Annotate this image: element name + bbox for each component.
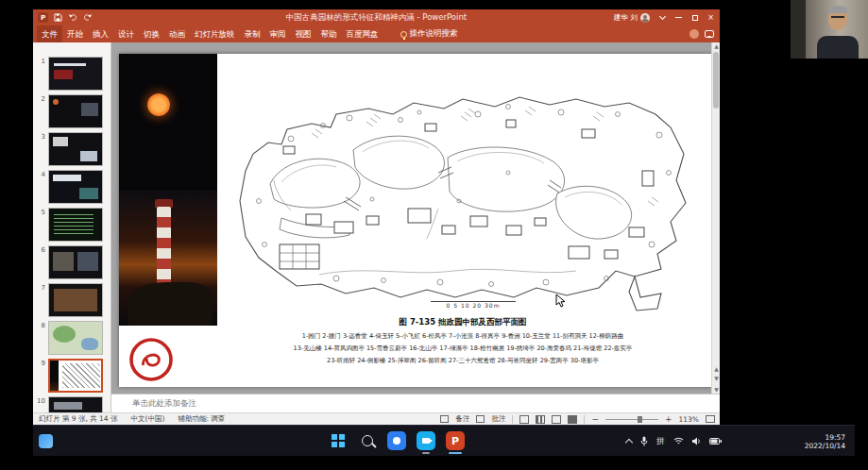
fit-slide-to-window-button[interactable] — [706, 415, 715, 423]
accessibility-status[interactable]: 辅助功能: 调查 — [178, 414, 225, 424]
tab-insert[interactable]: 插入 — [88, 25, 113, 42]
battery-icon[interactable] — [709, 438, 722, 445]
slide-thumbnail-7[interactable] — [48, 283, 103, 317]
notes-pane[interactable]: 单击此处添加备注 — [111, 394, 720, 412]
search-button[interactable] — [357, 430, 378, 451]
undo-icon[interactable] — [68, 13, 77, 22]
slide-thumbnail-9-selected[interactable] — [48, 359, 103, 393]
scroll-up-icon[interactable]: ▲ — [713, 42, 720, 50]
mouse-cursor — [555, 294, 566, 311]
vertical-scrollbar[interactable]: ▲ ▲ ▼ ▼ — [711, 42, 720, 394]
thumbnail-row: 8 — [33, 321, 111, 355]
tab-review[interactable]: 审阅 — [265, 25, 291, 42]
maximize-icon — [692, 15, 698, 21]
meeting-app-button[interactable] — [416, 430, 436, 451]
notes-toggle-button[interactable]: 备注 — [455, 414, 469, 424]
save-icon[interactable] — [54, 13, 62, 22]
ribbon-display-options-button[interactable] — [655, 10, 670, 25]
slide-thumbnail-3[interactable] — [48, 132, 103, 166]
volume-icon[interactable] — [692, 437, 701, 445]
ime-indicator[interactable]: 拼 — [656, 436, 665, 447]
tab-transitions[interactable]: 切换 — [139, 25, 164, 42]
status-bar: 幻灯片 第 9 张, 共 14 张 中文(中国) 辅助功能: 调查 备注 批注 … — [33, 412, 720, 425]
screen: P 中国古典园林的形式特征和精神内涵 - PowerPoint 建华 刘 — [0, 0, 868, 470]
slide-thumbnail-6[interactable] — [48, 245, 103, 279]
slide-thumbnail-10[interactable] — [48, 396, 103, 412]
user-presence-avatar[interactable] — [689, 29, 699, 39]
slide-canvas[interactable]: 0 5 10 20 30m 图 7-135 拙政园中部及西部平面图 1-园门 2… — [119, 54, 712, 387]
thumbnail-number: 1 — [33, 57, 45, 65]
zoom-slider[interactable] — [605, 419, 658, 420]
tab-baidu-netdisk[interactable]: 百度网盘 — [342, 25, 383, 42]
start-button[interactable] — [328, 430, 349, 451]
tab-record[interactable]: 录制 — [240, 25, 265, 42]
thumbnail-row: 5 — [33, 208, 111, 242]
slide-thumbnail-1[interactable] — [48, 57, 103, 91]
user-account[interactable]: 建华 刘 — [614, 13, 650, 23]
chat-app-icon — [387, 431, 406, 450]
zoom-slider-knob[interactable] — [638, 416, 642, 423]
microphone-icon[interactable] — [640, 436, 648, 446]
minimize-icon — [675, 17, 682, 18]
participant-hair — [828, 6, 847, 13]
slide-thumbnail-4[interactable] — [48, 170, 103, 204]
close-button[interactable]: × — [704, 10, 718, 25]
tab-help[interactable]: 帮助 — [316, 25, 342, 42]
comments-icon[interactable] — [705, 30, 714, 38]
thumbnail-panel: 1 2 3 4 5 6 7 8 9 10 — [33, 42, 111, 412]
redo-icon[interactable] — [83, 13, 93, 22]
divider — [512, 415, 513, 424]
widgets-button[interactable] — [39, 434, 53, 448]
comments-toggle-button[interactable]: 批注 — [491, 414, 505, 424]
thumbnail-row: 3 — [33, 132, 111, 166]
clock[interactable]: 19:57 2022/10/14 — [805, 433, 845, 450]
thumbnail-number: 5 — [33, 208, 45, 216]
slide-thumbnail-8[interactable] — [48, 321, 103, 355]
normal-view-button[interactable] — [519, 415, 529, 424]
plan-legend-line1: 1-园门 2-腰门 3-远香堂 4-倚玉轩 5-小飞虹 6-松风亭 7-小沧浪 … — [217, 332, 708, 341]
slide-thumbnail-2[interactable] — [48, 94, 103, 128]
chat-app-button[interactable] — [386, 430, 407, 451]
tray-chevron-up-icon[interactable] — [625, 439, 633, 446]
next-slide-button[interactable]: ▼ — [713, 375, 720, 382]
thumbnail-number: 7 — [33, 283, 45, 292]
thumbnail-number: 10 — [33, 396, 45, 405]
powerpoint-window: P 中国古典园林的形式特征和精神内涵 - PowerPoint 建华 刘 — [33, 9, 720, 425]
tab-design[interactable]: 设计 — [113, 25, 139, 42]
previous-slide-button[interactable]: ▲ — [713, 365, 720, 373]
webcam-overlay[interactable] — [791, 0, 868, 59]
clock-date: 2022/10/14 — [805, 442, 845, 450]
sun — [147, 93, 170, 116]
user-avatar-icon — [640, 13, 650, 23]
tab-slideshow[interactable]: 幻灯片放映 — [190, 25, 240, 42]
slide-thumbnail-5[interactable] — [48, 208, 103, 242]
notes-placeholder: 单击此处添加备注 — [132, 398, 196, 410]
tab-animations[interactable]: 动画 — [164, 25, 190, 42]
plan-legend-line2: 13-见山楼 14-荷风四面亭 15-雪香云蔚亭 16-北山亭 17-绿漪亭 1… — [217, 344, 708, 353]
participant-torso — [817, 36, 859, 59]
scroll-down-icon[interactable]: ▼ — [713, 386, 720, 394]
language-status[interactable]: 中文(中国) — [131, 414, 165, 424]
slide-sorter-view-button[interactable] — [536, 415, 545, 424]
tab-view[interactable]: 视图 — [291, 25, 316, 42]
zoom-in-button[interactable]: + — [665, 415, 672, 424]
participant-glasses — [831, 16, 844, 20]
chevron-down-icon — [659, 13, 666, 20]
tab-home[interactable]: 开始 — [62, 25, 88, 42]
maximize-button[interactable] — [688, 10, 702, 25]
thumbnail-number: 3 — [33, 132, 45, 141]
lightbulb-icon — [400, 31, 407, 38]
minimize-button[interactable] — [672, 10, 686, 25]
powerpoint-taskbar-button[interactable]: P — [445, 430, 466, 451]
active-running-indicator — [449, 452, 462, 454]
reading-view-button[interactable] — [552, 415, 561, 424]
wifi-icon[interactable] — [673, 437, 684, 445]
thumbnail-number: 2 — [33, 94, 45, 103]
slide-counter: 幻灯片 第 9 张, 共 14 张 — [39, 414, 118, 424]
tab-file[interactable]: 文件 — [37, 25, 62, 42]
scrollbar-thumb[interactable] — [713, 52, 719, 109]
zoom-percentage[interactable]: 113% — [679, 415, 699, 424]
zoom-out-button[interactable]: − — [591, 415, 599, 424]
slideshow-button[interactable] — [568, 415, 577, 424]
tell-me-search[interactable]: 操作说明搜索 — [400, 28, 458, 40]
